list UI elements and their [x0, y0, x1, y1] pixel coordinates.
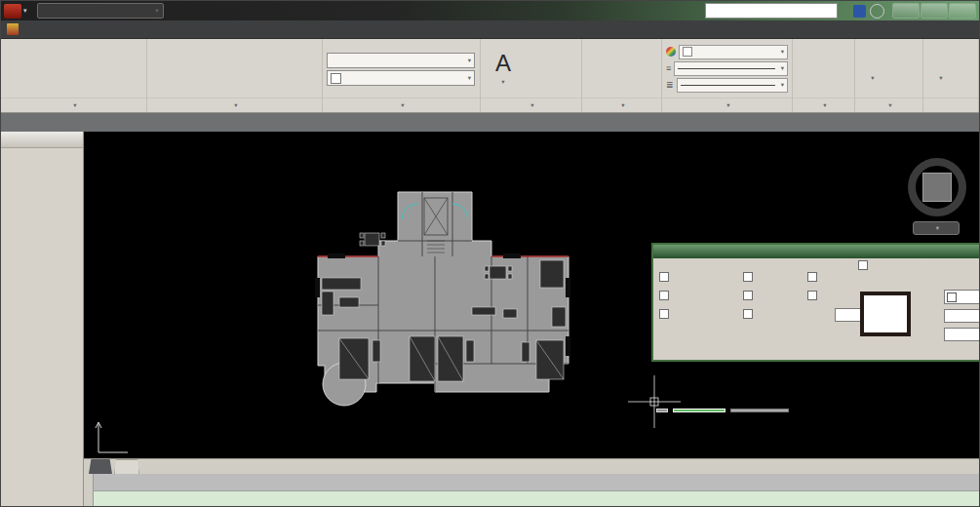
title-bar: ▾ ▾	[1, 1, 979, 20]
checkbox-show-fill[interactable]	[858, 260, 871, 270]
application-window: ▾ ▾ ▾	[0, 0, 980, 507]
coordinate-x-field[interactable]	[673, 409, 725, 412]
help-icon[interactable]	[870, 4, 884, 19]
dynamic-input-tooltip	[656, 409, 789, 412]
color-wheel-icon	[666, 47, 676, 57]
panel-label[interactable]: ▾	[1, 98, 146, 112]
ribbon-panel-annotate: A▾ ▾	[481, 39, 582, 112]
lineweight-icon: ≣	[666, 80, 674, 90]
infocenter	[705, 3, 884, 19]
checkbox-show-room-number[interactable]	[659, 291, 672, 300]
lineweight-dropdown[interactable]: ▾	[677, 78, 788, 93]
search-input[interactable]	[705, 3, 838, 19]
restore-button[interactable]	[921, 3, 948, 19]
text-button[interactable]: A▾	[485, 51, 522, 87]
checkbox-show-room-name[interactable]	[659, 272, 672, 282]
wcs-dropdown[interactable]: ▾	[913, 221, 960, 235]
area-query-dialog	[651, 243, 979, 362]
drawing-canvas[interactable]: ▾	[84, 132, 979, 458]
insert-block-button[interactable]	[586, 59, 623, 78]
ucs-icon	[96, 422, 128, 452]
checkbox-half-area[interactable]	[743, 309, 756, 319]
panel-label[interactable]: ▾	[855, 98, 922, 112]
tab-model[interactable]	[89, 459, 112, 474]
group-button[interactable]	[797, 59, 822, 78]
command-history	[84, 474, 979, 491]
panel-label[interactable]: ▾	[793, 98, 854, 112]
measure-button[interactable]: ▾	[859, 54, 886, 83]
linetype-dropdown[interactable]: ▾	[674, 61, 788, 76]
color-dropdown[interactable]: ▾	[679, 45, 788, 59]
workspace-switcher[interactable]: ▾	[37, 3, 164, 19]
checkbox-3d-floor[interactable]	[807, 272, 820, 282]
ribbon-panel-layers: ▾ ▾ ▾	[323, 39, 481, 112]
tarch-sidebar	[1, 132, 84, 507]
autocad-logo-icon[interactable]	[4, 4, 21, 19]
panel-label[interactable]: ▾	[147, 98, 322, 112]
panel-label[interactable]: ▾	[582, 98, 661, 112]
text-icon: A	[495, 51, 511, 76]
ribbon-panel-properties: ▾ ≡ ▾ ≣ ▾ ▾	[662, 39, 793, 112]
close-button[interactable]	[949, 3, 976, 19]
viewcube-top[interactable]	[922, 173, 952, 202]
viewcube[interactable]	[906, 156, 968, 218]
sidebar-title[interactable]	[1, 132, 83, 148]
layer-color-swatch	[331, 73, 341, 84]
fill-preview-swatch[interactable]	[860, 292, 911, 336]
checkbox-annotate-area[interactable]	[743, 272, 756, 282]
command-line-area[interactable]	[84, 474, 979, 507]
panel-label[interactable]: ▾	[323, 98, 480, 112]
window-title	[166, 5, 703, 17]
layer-state-dropdown[interactable]: ▾	[327, 53, 475, 68]
panel-label[interactable]: ▾	[481, 98, 581, 112]
checkbox-create-room-object[interactable]	[659, 309, 672, 319]
checkbox-area-unit[interactable]	[743, 291, 756, 300]
coordinate-y-field[interactable]	[730, 409, 789, 412]
prompt-text	[656, 409, 668, 412]
ribbon-panel-clipboard: ▾	[923, 39, 979, 112]
ribbon-panel-modify: ▾	[147, 39, 323, 112]
checkbox-mask-background[interactable]	[807, 291, 820, 300]
ribbon-panel-group: ▾	[793, 39, 855, 112]
panel-label	[923, 98, 978, 112]
color-dropdown[interactable]	[944, 290, 979, 304]
minimize-button[interactable]	[892, 3, 920, 19]
linetype-icon: ≡	[666, 63, 671, 73]
dialog-title-bar[interactable]	[653, 245, 979, 258]
command-prompt[interactable]	[84, 491, 979, 507]
tab-layout1[interactable]	[114, 459, 139, 475]
ribbon-panel-block: ▾	[582, 39, 662, 112]
menu-bar	[1, 20, 979, 39]
panel-label[interactable]: ▾	[662, 98, 792, 112]
chevron-down-icon: ▾	[155, 7, 158, 15]
ribbon-panel-utilities: ▾ ▾	[855, 39, 923, 112]
layer-dropdown[interactable]: ▾	[327, 70, 475, 86]
window-controls	[892, 3, 976, 19]
scale-field[interactable]	[944, 309, 979, 323]
ribbon: ▾ ▾ ▾ ▾ ▾ A▾ ▾	[1, 39, 979, 113]
exchange-icon[interactable]	[853, 5, 866, 18]
tarch-icon	[7, 23, 19, 35]
paste-button[interactable]: ▾	[927, 54, 955, 83]
toolbar-row	[1, 113, 979, 132]
chevron-down-icon[interactable]: ▾	[23, 7, 27, 15]
layout-tab-bar	[84, 458, 979, 474]
command-scrollbar[interactable]	[84, 474, 94, 507]
rotation-field[interactable]	[944, 328, 979, 341]
crosshair-cursor	[628, 375, 681, 428]
ribbon-panel-draw: ▾	[1, 39, 147, 112]
